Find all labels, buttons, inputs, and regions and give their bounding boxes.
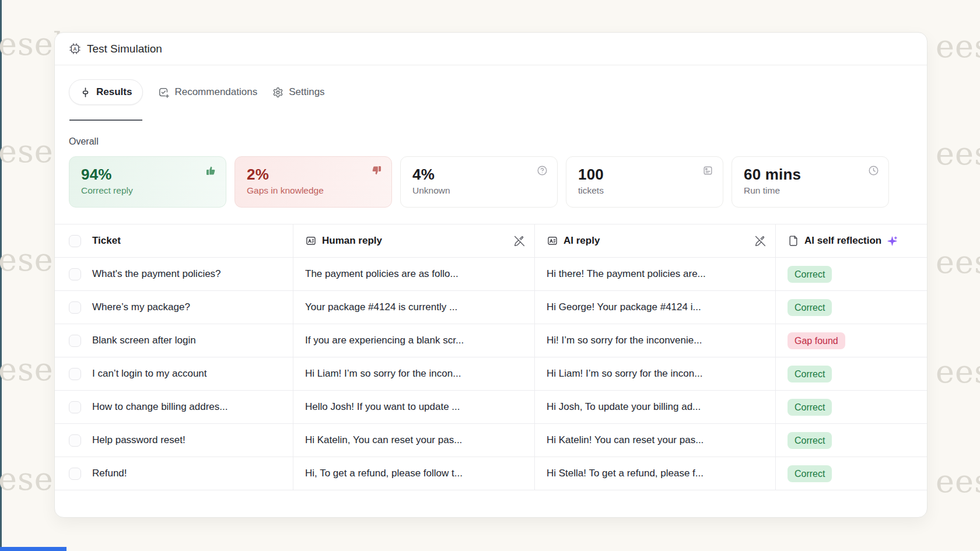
human-reply-cell-text: Hi Katelin, You can reset your pas... [305,434,462,446]
table-row[interactable]: Refund! Hi, To get a refund, please foll… [55,457,927,490]
row-checkbox[interactable] [69,434,81,447]
human-reply-cell: The payment policies are as follo... [293,258,535,290]
ticket-cell-text: Where’s my package? [92,301,190,313]
header-cell-ai-reply: AI reply [535,224,776,257]
stat-label: tickets [578,185,711,196]
eesel-watermark: eesel [936,28,980,65]
ai-reply-cell: Hi! I’m so sorry for the inconvenie... [535,324,776,357]
stat-label: Unknown [412,185,545,196]
ai-reply-cell-text: Hi there! The payment policies are... [547,268,706,280]
select-all-checkbox[interactable] [69,235,81,247]
table-row[interactable]: What's the payment policies? The payment… [55,258,927,291]
human-reply-cell: Hello Josh! If you want to update ... [293,391,535,423]
thumbs-up-icon [205,165,216,176]
row-checkbox[interactable] [69,401,81,413]
reflection-cell: Correct [776,258,927,290]
table-row[interactable]: Help password reset! Hi Katelin, You can… [55,424,927,457]
eesel-watermark: eesel [936,353,980,390]
column-label: Human reply [322,235,382,247]
stat-value: 2% [247,166,380,184]
reflection-cell: Correct [776,457,927,490]
reflection-badge: Correct [788,266,832,283]
stat-value: 94% [81,166,214,184]
reflection-cell: Correct [776,291,927,324]
human-reply-cell-text: Hi Liam! I’m so sorry for the incon... [305,368,461,380]
ticket-cell: I can’t login to my account [55,357,293,390]
test-run-icon [80,87,91,98]
check-square-plus-icon [158,87,169,98]
human-reply-cell-text: The payment policies are as follo... [305,268,459,280]
ai-reply-cell: Hi Katelin! You can reset your pas... [535,424,776,457]
tab-label: Recommendations [174,86,257,98]
human-reply-cell-text: Hi, To get a refund, please follow t... [305,468,463,479]
ai-reply-cell: Hi there! The payment policies are... [535,258,776,290]
row-checkbox[interactable] [69,301,81,314]
row-checkbox[interactable] [69,368,81,380]
row-checkbox[interactable] [69,468,81,480]
pencil-off-icon[interactable] [514,236,525,247]
clock-icon [868,165,879,176]
row-checkbox[interactable] [69,268,81,280]
stat-card-run-time: 60 mins Run time [732,156,889,208]
gear-icon [272,87,284,98]
reflection-badge: Correct [788,432,832,449]
ai-reply-cell: Hi Josh, To update your billing ad... [535,391,776,423]
tab-label: Settings [289,86,324,98]
header-cell-ai-self-reflection: AI self reflection [776,224,927,257]
human-reply-cell: Hi Liam! I’m so sorry for the incon... [293,357,535,390]
reflection-badge: Correct [788,465,832,482]
tab-results[interactable]: Results [69,79,143,105]
ai-reply-cell-text: Hi! I’m so sorry for the inconvenie... [547,335,702,346]
ai-reply-cell-text: Hi Katelin! You can reset your pas... [547,434,704,446]
ai-chip-icon: A [69,43,81,55]
column-label: AI reply [564,235,600,247]
ai-reply-cell: Hi George! Your package #4124 i... [535,291,776,324]
table-row[interactable]: Blank screen after login If you are expe… [55,324,927,357]
row-checkbox[interactable] [69,335,81,347]
tab-label: Results [96,86,132,98]
pencil-off-icon[interactable] [755,236,766,247]
panel-header: A Test Simulation [55,33,927,65]
human-reply-cell-text: Hello Josh! If you want to update ... [305,401,460,413]
letter-text-icon [305,235,317,247]
svg-text:A: A [74,46,77,52]
human-reply-cell: Hi Katelin, You can reset your pas... [293,424,535,457]
help-circle-icon[interactable] [537,165,548,176]
ticket-cell-text: Blank screen after login [92,335,196,346]
ticket-cell-text: Refund! [92,468,127,479]
header-cell-human-reply: Human reply [293,224,535,257]
stat-card-correct-reply: 94% Correct reply [69,156,226,208]
reflection-badge: Gap found [788,332,845,349]
stat-label: Correct reply [81,185,214,196]
stat-value: 60 mins [744,166,877,184]
ticket-cell-text: What's the payment policies? [92,268,221,280]
stat-value: 100 [578,166,711,184]
table-row[interactable]: Where’s my package? Your package #4124 i… [55,291,927,324]
ai-reply-cell-text: Hi Stella! To get a refund, please f... [547,468,704,479]
stat-label: Run time [744,185,877,196]
ticket-cell: Help password reset! [55,424,293,457]
file-icon [788,235,799,247]
tab-bar: Results Recommendations Settings [69,79,913,105]
ticket-cell: Where’s my package? [55,291,293,324]
tab-recommendations[interactable]: Recommendations [158,86,257,98]
eesel-watermark: eesel [936,135,980,172]
reflection-cell: Correct [776,357,927,390]
table-row[interactable]: How to change billing addres... Hello Jo… [55,391,927,424]
ai-reply-cell-text: Hi Liam! I’m so sorry for the incon... [547,368,702,380]
ai-reply-cell-text: Hi Josh, To update your billing ad... [547,401,701,413]
eesel-watermark: eesel [936,463,980,500]
reflection-cell: Gap found [776,324,927,357]
thumbs-down-icon [371,165,382,176]
results-table: Ticket Human reply [55,224,927,490]
human-reply-cell: Your package #4124 is currently ... [293,291,535,324]
human-reply-cell-text: If you are experiencing a blank scr... [305,335,464,346]
table-body: What's the payment policies? The payment… [55,258,927,490]
stat-card-tickets: 100 tickets [566,156,723,208]
column-label: AI self reflection [804,235,881,247]
reflection-badge: Correct [788,399,832,416]
test-simulation-panel: A Test Simulation Results Recommendation… [54,32,928,518]
overall-section-label: Overall [69,136,913,147]
table-row[interactable]: I can’t login to my account Hi Liam! I’m… [55,357,927,391]
tab-settings[interactable]: Settings [272,86,324,98]
